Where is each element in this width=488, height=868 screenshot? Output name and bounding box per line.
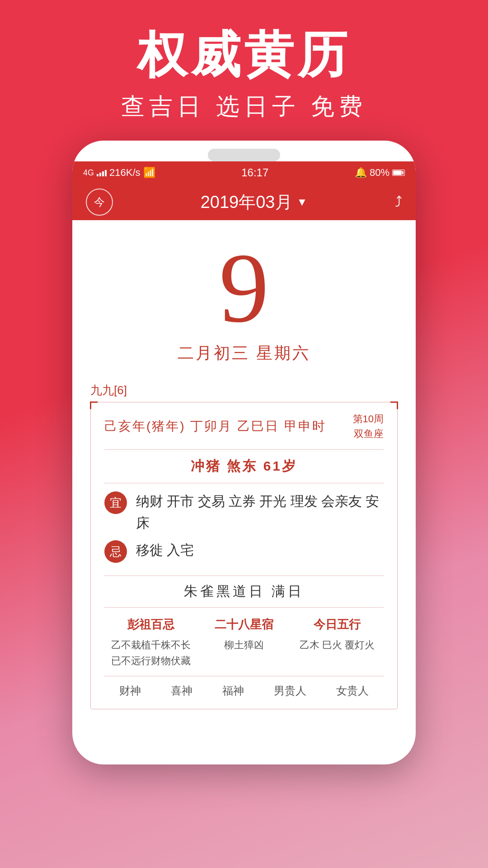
phone-frame: 4G 216K/s 📶 16:17 🔔 80% 今 2019年03月 [72, 141, 416, 764]
footer-xisher: 喜神 [171, 684, 192, 698]
date-lunar: 二月初三 星期六 [81, 342, 407, 364]
app-title: 权威黄历 [0, 27, 488, 82]
date-day-number: 9 [81, 238, 407, 338]
signal-icon [97, 169, 107, 176]
section-label: 九九[6] [90, 382, 398, 398]
phone-speaker [208, 149, 280, 161]
status-bar: 4G 216K/s 📶 16:17 🔔 80% [72, 161, 416, 184]
nav-bar: 今 2019年03月 ▼ ⤴ [72, 184, 416, 220]
ganzhi-main: 己亥年(猪年) 丁卯月 乙巳日 甲申时 [104, 418, 326, 435]
status-time: 16:17 [241, 166, 268, 179]
info-box: 己亥年(猪年) 丁卯月 乙巳日 甲申时 第10周 双鱼座 冲猪 煞东 61岁 宜… [90, 402, 398, 709]
main-content: 9 二月初三 星期六 九九[6] 己亥年(猪年) 丁卯月 乙巳日 甲申时 第10… [72, 220, 416, 709]
stars-desc: 柳土獐凶 [197, 637, 291, 653]
date-display: 9 二月初三 星期六 [72, 220, 416, 373]
speed-indicator: 216K/s [109, 167, 141, 179]
today-label: 今 [94, 195, 105, 209]
ji-badge: 忌 [104, 540, 127, 563]
wifi-icon: 📶 [143, 167, 155, 179]
grid-item-pengzu: 彭祖百忌 乙不栽植千株不长已不远行财物伏藏 [104, 617, 197, 669]
zhuri-text: 朱雀黑道日 满日 [184, 584, 304, 599]
footer-nanguiren: 男贵人 [274, 684, 306, 698]
app-subtitle: 查吉日 选日子 免费 [0, 91, 488, 123]
nav-month-label: 2019年03月 [201, 191, 292, 214]
battery-icon [392, 170, 405, 176]
pengzu-title: 彭祖百忌 [104, 617, 197, 632]
today-button[interactable]: 今 [86, 189, 113, 216]
wuxing-title: 今日五行 [291, 617, 384, 632]
nav-dropdown-arrow: ▼ [297, 196, 308, 208]
footer-nvguiren: 女贵人 [336, 684, 369, 698]
battery-percent: 80% [370, 167, 389, 179]
ganzhi-row: 己亥年(猪年) 丁卯月 乙巳日 甲申时 第10周 双鱼座 [104, 411, 384, 450]
status-right: 🔔 80% [355, 167, 405, 179]
ji-content: 移徙 入宅 [136, 539, 194, 561]
info-section: 九九[6] 己亥年(猪年) 丁卯月 乙巳日 甲申时 第10周 双鱼座 冲猪 煞东… [72, 382, 416, 709]
ganzhi-week: 第10周 [353, 413, 384, 425]
share-button[interactable]: ⤴ [395, 194, 402, 211]
yi-row: 宜 纳财 开市 交易 立券 开光 理发 会亲友 安床 [104, 491, 384, 534]
chong-row: 冲猪 煞东 61岁 [104, 450, 384, 483]
pengzu-desc: 乙不栽植千株不长已不远行财物伏藏 [104, 637, 197, 669]
status-left: 4G 216K/s 📶 [83, 167, 155, 179]
grid-item-wuxing: 今日五行 乙木 巳火 覆灯火 [291, 617, 384, 669]
alarm-icon: 🔔 [355, 167, 367, 179]
grid-item-stars: 二十八星宿 柳土獐凶 [197, 617, 291, 669]
footer-labels: 财神 喜神 福神 男贵人 女贵人 [104, 676, 384, 700]
yi-badge: 宜 [104, 491, 127, 514]
wuxing-desc: 乙木 巳火 覆灯火 [291, 637, 384, 653]
footer-caisher: 财神 [119, 684, 141, 698]
bottom-grid: 彭祖百忌 乙不栽植千株不长已不远行财物伏藏 二十八星宿 柳土獐凶 今日五行 乙木… [104, 608, 384, 669]
network-indicator: 4G [83, 168, 94, 178]
zhuri-row: 朱雀黑道日 满日 [104, 576, 384, 608]
stars-title: 二十八星宿 [197, 617, 291, 632]
yi-ji-section: 宜 纳财 开市 交易 立券 开光 理发 会亲友 安床 忌 移徙 入宅 [104, 483, 384, 576]
nav-title[interactable]: 2019年03月 ▼ [201, 191, 308, 214]
top-section: 权威黄历 查吉日 选日子 免费 [0, 0, 488, 141]
chong-text: 冲猪 煞东 61岁 [191, 458, 297, 473]
footer-fusher: 福神 [222, 684, 244, 698]
ganzhi-sub: 第10周 双鱼座 [353, 411, 384, 441]
ganzhi-zodiac: 双鱼座 [354, 428, 384, 439]
yi-content: 纳财 开市 交易 立券 开光 理发 会亲友 安床 [136, 491, 384, 534]
ji-row: 忌 移徙 入宅 [104, 539, 384, 563]
